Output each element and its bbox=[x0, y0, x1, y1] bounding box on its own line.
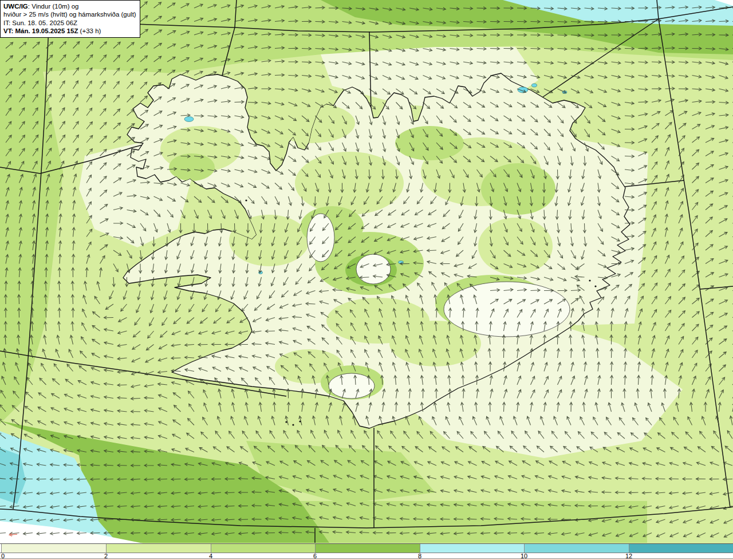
colorbar-segment bbox=[315, 544, 420, 553]
colorbar-segment bbox=[1, 544, 106, 553]
land-patch-lvl_4_6 bbox=[395, 126, 464, 160]
wind-speed-colorbar: 024681012 bbox=[0, 543, 733, 560]
islet bbox=[589, 279, 590, 281]
islet bbox=[245, 199, 247, 201]
iceland-wind-map bbox=[0, 0, 733, 543]
legend-line-gust: hviður > 25 m/s (hvítt) og hámarkshviða … bbox=[3, 10, 137, 18]
islet bbox=[594, 285, 596, 287]
legend-line-inittime: IT: Sun. 18. 05. 2025 06Z bbox=[3, 19, 137, 27]
islet bbox=[285, 421, 287, 423]
islet bbox=[292, 424, 294, 425]
legend-line-validtime: VT: Mán. 19.05.2025 15Z (+33 h) bbox=[3, 27, 137, 35]
land-patch-lvl_2_4 bbox=[326, 298, 429, 344]
colorbar-segment bbox=[420, 544, 524, 553]
legend-line-title: UWC/IG: Vindur (10m) og bbox=[3, 2, 137, 10]
colorbar-segment bbox=[106, 544, 211, 553]
colorbar-segment bbox=[524, 544, 629, 553]
colorbar-segments bbox=[0, 543, 733, 553]
glacier bbox=[307, 214, 334, 262]
glacier bbox=[356, 254, 391, 284]
model-name: UWC/IG bbox=[3, 3, 28, 10]
weather-map-page: UWC/IG: Vindur (10m) og hviður > 25 m/s … bbox=[0, 0, 733, 560]
lake bbox=[532, 84, 537, 87]
lake bbox=[184, 117, 194, 122]
forecast-legend-box: UWC/IG: Vindur (10m) og hviður > 25 m/s … bbox=[0, 0, 140, 38]
land-patch-lvl_2_4 bbox=[478, 218, 553, 275]
colorbar-segment bbox=[629, 544, 733, 553]
land-patch-lvl_2_4 bbox=[295, 152, 404, 215]
colorbar-segment bbox=[211, 544, 315, 553]
